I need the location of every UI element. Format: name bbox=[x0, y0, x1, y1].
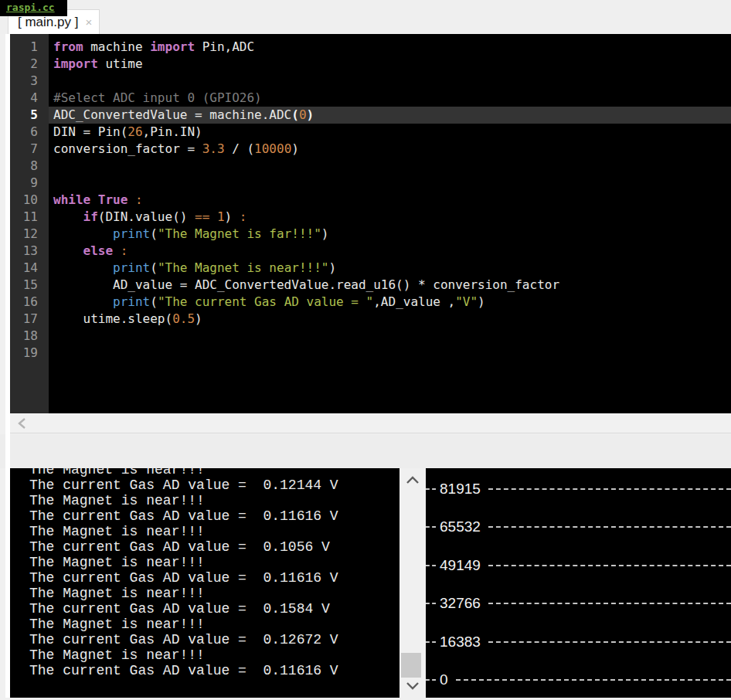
code-token: ( bbox=[291, 107, 299, 122]
line-number-6: 6 bbox=[10, 124, 49, 141]
code-token: ) bbox=[225, 209, 240, 224]
scrollbar-thumb[interactable] bbox=[401, 653, 421, 678]
line-number-8: 8 bbox=[10, 158, 49, 175]
plotter-tick-label: 32766 bbox=[440, 595, 481, 612]
chevron-down-icon[interactable] bbox=[406, 681, 420, 691]
plotter-gridline-65532: 65532 bbox=[426, 518, 731, 536]
chevron-left-icon[interactable] bbox=[16, 416, 30, 430]
code-line-2[interactable]: import utime bbox=[49, 56, 731, 73]
bottom-panel: The Magnet is near!!!The current Gas AD … bbox=[10, 468, 731, 698]
code-line-5[interactable]: ADC_ConvertedValue = machine.ADC(0) bbox=[49, 107, 731, 124]
code-token: 0 bbox=[299, 107, 307, 122]
code-token: ) bbox=[321, 226, 329, 241]
code-token: #Select ADC input 0 (GPIO26) bbox=[53, 90, 262, 105]
code-line-8[interactable] bbox=[49, 158, 731, 175]
code-token: 0.5 bbox=[172, 311, 195, 326]
shell-line-3: The Magnet is near!!! bbox=[29, 493, 400, 508]
line-number-17: 17 bbox=[10, 311, 49, 328]
code-token: import bbox=[53, 56, 98, 71]
code-line-9[interactable] bbox=[49, 175, 731, 192]
gridline-dash bbox=[488, 603, 731, 604]
code-token: ( bbox=[150, 260, 158, 275]
gridline-dash bbox=[488, 641, 731, 643]
line-number-4: 4 bbox=[10, 90, 49, 107]
line-number-5: 5 bbox=[10, 107, 49, 124]
tab-main-py-label: [ main.py ] bbox=[18, 15, 78, 30]
line-number-15: 15 bbox=[10, 277, 49, 294]
plotter: 81915655324914932766163830 bbox=[426, 468, 731, 698]
gridline-dash bbox=[426, 526, 436, 528]
vertical-scrollbar[interactable] bbox=[400, 468, 426, 698]
code-token: machine bbox=[83, 39, 151, 54]
editor-tab-bar: [ main.py ] × bbox=[0, 0, 731, 34]
line-number-7: 7 bbox=[10, 141, 49, 158]
shell-line-5: The Magnet is near!!! bbox=[29, 524, 400, 539]
shell-line-14: The current Gas AD value = 0.11616 V bbox=[29, 663, 400, 678]
line-number-16: 16 bbox=[10, 294, 49, 311]
code-line-19[interactable] bbox=[49, 345, 731, 362]
plotter-tick-label: 0 bbox=[440, 671, 448, 688]
code-line-1[interactable]: from machine import Pin,ADC bbox=[49, 39, 731, 56]
plotter-gridline-32766: 32766 bbox=[426, 594, 731, 613]
code-token: "The Magnet is far!!!" bbox=[158, 226, 321, 241]
code-token: (DIN.value() bbox=[98, 209, 195, 224]
code-token bbox=[113, 243, 121, 258]
code-token: ) bbox=[478, 294, 485, 309]
line-number-14: 14 bbox=[10, 260, 49, 277]
code-area[interactable]: from machine import Pin,ADCimport utime#… bbox=[49, 34, 731, 413]
code-line-7[interactable]: conversion_factor = 3.3 / (10000) bbox=[49, 141, 731, 158]
code-token: ,AD_value , bbox=[373, 294, 455, 309]
code-token: utime bbox=[98, 56, 143, 71]
line-number-gutter: 12345678910111213141516171819 bbox=[10, 34, 49, 413]
line-number-18: 18 bbox=[10, 328, 49, 345]
gridline-dash bbox=[426, 679, 436, 681]
code-line-16[interactable]: print("The current Gas AD value = ",AD_v… bbox=[49, 294, 731, 311]
shell-line-11: The Magnet is near!!! bbox=[29, 617, 400, 632]
code-line-10[interactable]: while True : bbox=[49, 192, 731, 209]
code-token: "The current Gas AD value = " bbox=[158, 294, 373, 309]
line-number-12: 12 bbox=[10, 226, 49, 243]
line-number-1: 1 bbox=[10, 39, 49, 56]
line-number-3: 3 bbox=[10, 73, 49, 90]
code-token: Pin,ADC bbox=[195, 39, 254, 54]
code-token: 26 bbox=[128, 124, 142, 139]
code-line-6[interactable]: DIN = Pin(26,Pin.IN) bbox=[49, 124, 731, 141]
code-token: utime.sleep( bbox=[53, 311, 172, 326]
code-token: ) bbox=[328, 260, 336, 275]
shell-line-4: The current Gas AD value = 0.11616 V bbox=[29, 508, 400, 524]
code-token: 3.3 bbox=[202, 141, 225, 156]
gridline-dash bbox=[488, 565, 731, 566]
code-line-14[interactable]: print("The Magnet is near!!!") bbox=[49, 260, 731, 277]
code-editor[interactable]: 12345678910111213141516171819 from machi… bbox=[10, 34, 731, 413]
code-token: : bbox=[135, 192, 143, 207]
code-line-17[interactable]: utime.sleep(0.5) bbox=[49, 311, 731, 328]
code-token: if bbox=[83, 209, 98, 224]
code-token bbox=[53, 294, 113, 309]
code-line-13[interactable]: else : bbox=[49, 243, 731, 260]
shell-line-10: The current Gas AD value = 0.1584 V bbox=[29, 601, 400, 617]
plotter-gridline-16383: 16383 bbox=[426, 633, 731, 651]
code-line-12[interactable]: print("The Magnet is far!!!") bbox=[49, 226, 731, 243]
code-token: while bbox=[53, 192, 90, 207]
code-token: "The Magnet is near!!!" bbox=[158, 260, 329, 275]
shell-line-12: The current Gas AD value = 0.12672 V bbox=[29, 632, 400, 647]
code-token: DIN = Pin( bbox=[53, 124, 128, 139]
plotter-tick-label: 81915 bbox=[440, 481, 481, 498]
code-token: / ( bbox=[225, 141, 255, 156]
code-token bbox=[90, 192, 98, 207]
shell-output[interactable]: The Magnet is near!!!The current Gas AD … bbox=[10, 468, 400, 698]
code-token bbox=[53, 226, 113, 241]
code-line-4[interactable]: #Select ADC input 0 (GPIO26) bbox=[49, 90, 731, 107]
gridline-dash bbox=[426, 603, 436, 604]
code-line-3[interactable] bbox=[49, 73, 731, 90]
gridline-dash bbox=[456, 679, 731, 681]
shell-line-9: The Magnet is near!!! bbox=[29, 586, 400, 601]
chevron-up-icon[interactable] bbox=[406, 475, 420, 485]
code-line-11[interactable]: if(DIN.value() == 1) : bbox=[49, 209, 731, 226]
close-icon[interactable]: × bbox=[85, 16, 92, 28]
code-line-18[interactable] bbox=[49, 328, 731, 345]
code-line-15[interactable]: AD_value = ADC_ConvertedValue.read_u16()… bbox=[49, 277, 731, 294]
code-token bbox=[128, 192, 135, 207]
gridline-dash bbox=[426, 488, 436, 490]
horizontal-scrollbar[interactable] bbox=[10, 413, 731, 433]
